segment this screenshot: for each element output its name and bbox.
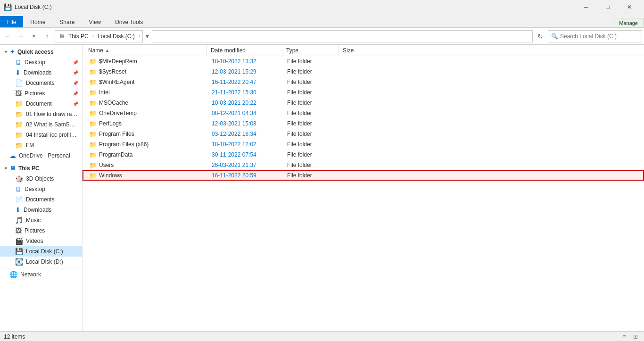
col-header-date[interactable]: Date modified xyxy=(207,45,282,56)
up-button[interactable]: ↑ xyxy=(41,31,53,42)
addressbar-dropdown[interactable]: ▼ xyxy=(142,30,152,42)
sidebar-item-documents-pc[interactable]: 📄 Documents xyxy=(0,194,82,205)
documents-icon: 📄 xyxy=(15,79,23,87)
close-button[interactable]: ✕ xyxy=(619,0,640,14)
tab-share[interactable]: Share xyxy=(52,16,82,27)
table-row[interactable]: 📁 PerfLogs 12-03-2021 15:08 File folder xyxy=(83,118,644,129)
file-name: 📁 MSOCache xyxy=(85,100,208,107)
recent-button[interactable]: ▼ xyxy=(28,31,40,42)
window-controls: ─ □ ✕ xyxy=(575,0,640,14)
folder-icon: 📁 xyxy=(89,151,97,158)
table-row[interactable]: 📁 Program Files (x86) 18-10-2022 12:02 F… xyxy=(83,139,644,150)
refresh-button[interactable]: ↻ xyxy=(535,31,546,42)
file-name: 📁 Program Files xyxy=(85,131,208,138)
table-row[interactable]: 📁 Users 26-03-2021 21:37 File folder xyxy=(83,160,644,170)
table-row[interactable]: 📁 OneDriveTemp 08-12-2021 04:34 File fol… xyxy=(83,108,644,118)
table-row[interactable]: 📁 $MfeDeepRem 18-10-2022 13:32 File fold… xyxy=(83,56,644,67)
documents-pc-icon: 📄 xyxy=(15,196,23,203)
folder-icon: 📁 xyxy=(89,110,97,117)
file-name: 📁 Users xyxy=(85,162,208,169)
sidebar-quickaccess-header[interactable]: ▼ ✦ Quick access xyxy=(0,47,82,57)
localdisk-c-icon: 💾 xyxy=(15,248,23,255)
sidebar-divider-2 xyxy=(0,268,82,268)
searchbar[interactable]: 🔍 xyxy=(548,30,642,42)
tab-home[interactable]: Home xyxy=(23,16,52,27)
maximize-button[interactable]: □ xyxy=(597,0,619,14)
folder-icon: 📁 xyxy=(15,141,23,149)
file-name: 📁 OneDriveTemp xyxy=(85,110,208,117)
folder-icon: 📁 xyxy=(89,79,97,86)
manage-tab[interactable]: Manage xyxy=(613,18,644,27)
sidebar-item-04[interactable]: 📁 04 Install icc profile or xyxy=(0,130,82,140)
sidebar-thispc-header[interactable]: ▼ 🖥 This PC xyxy=(0,163,82,174)
file-type: File folder xyxy=(283,151,340,158)
file-date: 26-03-2021 21:37 xyxy=(208,162,283,168)
addressbar[interactable]: 🖥 This PC › Local Disk (C:) › ▼ xyxy=(55,30,533,42)
sidebar-item-desktop-pc[interactable]: 🖥 Desktop xyxy=(0,184,82,194)
table-row[interactable]: 📁 Intel 21-11-2022 15:30 File folder xyxy=(83,87,644,98)
tab-view[interactable]: View xyxy=(82,16,108,27)
folder-icon: 📁 xyxy=(15,100,23,108)
folder-icon: 📁 xyxy=(89,120,97,127)
sidebar-item-fm[interactable]: 📁 FM xyxy=(0,140,82,150)
sidebar-item-music[interactable]: 🎵 Music xyxy=(0,215,82,225)
folder-icon: 📁 xyxy=(89,131,97,138)
ribbon: File Home Share View Drive Tools Manage xyxy=(0,14,644,28)
table-row[interactable]: 📁 Program Files 03-12-2022 16:34 File fo… xyxy=(83,129,644,139)
quickaccess-star-icon: ✦ xyxy=(10,49,15,55)
col-header-name[interactable]: Name ▲ xyxy=(84,45,207,56)
sort-arrow: ▲ xyxy=(105,48,109,53)
downloads-pc-icon: ⬇ xyxy=(15,206,21,214)
file-type: File folder xyxy=(283,100,340,106)
sidebar-item-01[interactable]: 📁 01 How to draw radius xyxy=(0,109,82,119)
file-type: File folder xyxy=(283,172,340,179)
back-button[interactable]: ← xyxy=(2,31,13,42)
quickaccess-chevron: ▼ xyxy=(4,50,8,54)
sidebar-item-documents-qa[interactable]: 📄 Documents 📌 xyxy=(0,78,82,88)
pin-icon: 📌 xyxy=(73,91,78,96)
sidebar-item-localdisk-c[interactable]: 💾 Local Disk (C:) xyxy=(0,246,82,257)
sidebar-item-pictures-qa[interactable]: 🖼 Pictures 📌 xyxy=(0,88,82,99)
breadcrumb-localdisk[interactable]: Local Disk (C:) xyxy=(96,33,136,40)
col-header-size[interactable]: Size xyxy=(339,45,377,56)
sidebar-item-localdisk-d[interactable]: 💽 Local Disk (D:) xyxy=(0,257,82,267)
details-view-button[interactable]: ≡ xyxy=(619,333,629,341)
folder-icon: 📁 xyxy=(89,58,97,65)
file-name: 📁 ProgramData xyxy=(85,151,208,158)
3dobjects-icon: 🎲 xyxy=(15,175,23,183)
sidebar-item-document-qa[interactable]: 📁 Document 📌 xyxy=(0,99,82,109)
table-row[interactable]: 📁 $WinREAgent 16-11-2022 20:47 File fold… xyxy=(83,77,644,87)
network-icon: 🌐 xyxy=(9,271,17,278)
breadcrumb-thispc[interactable]: This PC xyxy=(67,33,90,40)
sidebar-item-downloads-pc[interactable]: ⬇ Downloads xyxy=(0,205,82,215)
item-count: 12 items xyxy=(4,333,25,340)
main-layout: ▼ ✦ Quick access 🖥 Desktop 📌 ⬇ Downloads… xyxy=(0,45,644,331)
sidebar-item-onedrive[interactable]: ☁ OneDrive - Personal xyxy=(0,150,82,161)
sidebar-item-02[interactable]: 📁 02 What is SamSung c xyxy=(0,119,82,130)
sidebar-item-videos[interactable]: 🎬 Videos xyxy=(0,236,82,246)
pictures-pc-icon: 🖼 xyxy=(15,227,22,234)
forward-button[interactable]: → xyxy=(15,31,26,42)
sidebar-item-desktop-qa[interactable]: 🖥 Desktop 📌 xyxy=(0,57,82,67)
minimize-button[interactable]: ─ xyxy=(575,0,597,14)
sidebar-item-downloads-qa[interactable]: ⬇ Downloads 📌 xyxy=(0,67,82,78)
folder-icon: 📁 xyxy=(89,141,97,148)
filelist-container: Name ▲ Date modified Type Size 📁 $MfeDee… xyxy=(83,45,644,331)
large-icons-button[interactable]: ⊞ xyxy=(631,333,640,341)
table-row[interactable]: 📁 MSOCache 10-03-2021 20:22 File folder xyxy=(83,98,644,108)
thispc-label: This PC xyxy=(18,165,40,172)
sidebar-item-network[interactable]: 🌐 Network xyxy=(0,269,82,280)
table-row[interactable]: 📁 ProgramData 30-11-2022 07:54 File fold… xyxy=(83,150,644,160)
search-icon: 🔍 xyxy=(551,33,558,40)
sidebar-item-3dobjects[interactable]: 🎲 3D Objects xyxy=(0,174,82,184)
search-input[interactable] xyxy=(560,33,639,40)
sidebar-item-pictures-pc[interactable]: 🖼 Pictures xyxy=(0,225,82,236)
table-row[interactable]: 📁 $SysReset 12-03-2021 15:29 File folder xyxy=(83,67,644,77)
folder-icon: 📁 xyxy=(15,121,23,128)
table-row[interactable]: 📁 Windows 16-11-2022 20:59 File folder xyxy=(83,170,644,181)
file-name: 📁 $SysReset xyxy=(85,68,208,75)
tab-drive-tools[interactable]: Drive Tools xyxy=(108,16,150,27)
tab-file[interactable]: File xyxy=(0,16,23,27)
folder-icon: 📁 xyxy=(89,68,97,75)
col-header-type[interactable]: Type xyxy=(282,45,339,56)
